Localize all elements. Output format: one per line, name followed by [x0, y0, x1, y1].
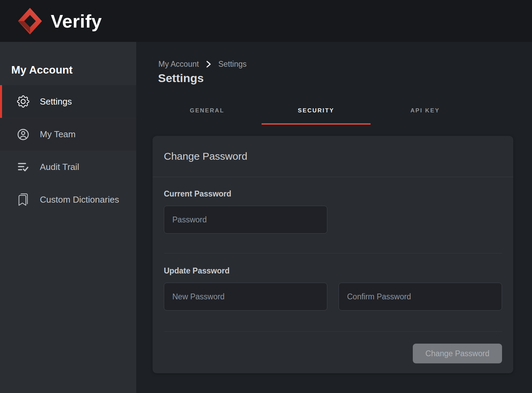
tab-security[interactable]: SECURITY: [262, 107, 371, 125]
confirm-password-input[interactable]: [339, 283, 502, 311]
change-password-card: Change Password Current Password Update …: [153, 136, 513, 373]
new-password-input[interactable]: [164, 283, 327, 311]
red-diamond-logo-icon: [17, 7, 43, 35]
card-title: Change Password: [153, 136, 513, 177]
chevron-right-icon: [206, 61, 212, 68]
sidebar-item-settings[interactable]: Settings: [0, 85, 136, 118]
card-footer: Change Password: [164, 344, 502, 363]
breadcrumb-my-account[interactable]: My Account: [158, 60, 199, 69]
sidebar-item-custom-dictionaries[interactable]: Custom Dictionaries: [0, 183, 136, 216]
main-content: My Account Settings Settings GENERAL SEC…: [136, 42, 532, 393]
tab-general[interactable]: GENERAL: [153, 107, 262, 125]
sidebar-item-label: Settings: [40, 96, 72, 107]
footer-divider: [164, 331, 502, 332]
card-body: Current Password Update Password Change …: [153, 177, 513, 363]
sidebar: My Account Settings My Team: [0, 42, 136, 393]
gear-icon: [17, 95, 29, 108]
sidebar-item-audit-trail[interactable]: Audit Trail: [0, 151, 136, 183]
sidebar-item-label: Custom Dictionaries: [40, 194, 119, 205]
bookmarks-icon: [17, 193, 29, 206]
sidebar-item-label: My Team: [40, 129, 76, 140]
brand-name: Verify: [51, 11, 102, 32]
section-divider: [164, 253, 502, 253]
page-title: Settings: [158, 72, 532, 85]
current-password-label: Current Password: [164, 189, 502, 199]
sidebar-nav: Settings My Team Audit Tr: [0, 85, 136, 216]
sidebar-heading: My Account: [0, 42, 136, 85]
list-check-icon: [17, 161, 29, 173]
user-circle-icon: [17, 128, 29, 141]
current-password-input[interactable]: [164, 206, 327, 234]
sidebar-item-label: Audit Trail: [40, 162, 79, 172]
tab-bar: GENERAL SECURITY API KEY: [153, 107, 480, 125]
breadcrumb: My Account Settings: [158, 60, 532, 69]
change-password-button[interactable]: Change Password: [413, 344, 502, 363]
top-bar: Verify: [0, 0, 532, 42]
update-password-label: Update Password: [164, 266, 502, 276]
tab-api-key[interactable]: API KEY: [371, 107, 480, 125]
sidebar-item-my-team[interactable]: My Team: [0, 118, 136, 151]
breadcrumb-settings[interactable]: Settings: [218, 60, 247, 69]
